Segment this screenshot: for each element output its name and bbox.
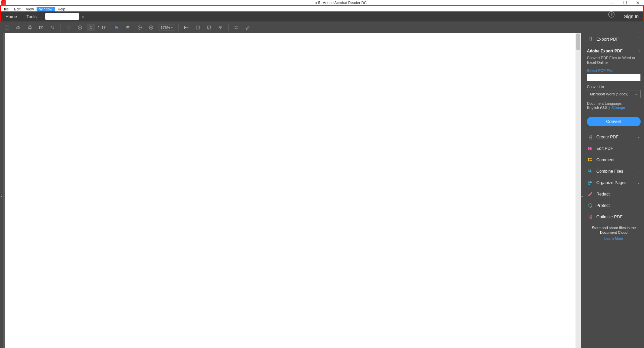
read-aloud-icon[interactable]	[216, 23, 225, 32]
maximize-button[interactable]: ❐	[621, 1, 629, 5]
menu-window[interactable]: Window	[37, 7, 55, 11]
export-pdf-title: Export PDF	[596, 37, 635, 42]
chevron-up-icon: ˄	[638, 37, 640, 41]
page-sep: /	[98, 26, 99, 30]
print-icon[interactable]	[26, 23, 34, 32]
tool-organize-pages[interactable]: Organize Pages⌄	[584, 177, 644, 188]
vertical-scrollbar[interactable]	[576, 33, 581, 348]
tab-home[interactable]: Home	[1, 11, 22, 21]
workspace: ▸ ▸ Export PDF ˄ ⇪ Adobe Export PDF Conv…	[0, 33, 644, 348]
document-viewport[interactable]	[3, 33, 581, 348]
tool-edit-pdf[interactable]: Edit PDF	[584, 143, 644, 154]
highlight-icon[interactable]	[243, 23, 252, 32]
zoom-in-icon[interactable]	[147, 23, 155, 32]
protect-icon	[588, 203, 593, 208]
tab-document[interactable]: ×	[43, 11, 87, 21]
tool-combine-files[interactable]: Combine Files⌄	[584, 166, 644, 177]
selection-cursor-icon[interactable]	[112, 23, 121, 32]
tool-protect[interactable]: Protect	[584, 200, 644, 211]
change-language-link[interactable]: Change	[612, 105, 625, 110]
chevron-down-icon: ⌄	[637, 135, 640, 139]
search-icon[interactable]	[48, 23, 57, 32]
cloud-upload-icon[interactable]	[14, 23, 23, 32]
menu-file[interactable]: file	[1, 7, 11, 11]
menu-help[interactable]: Help	[55, 7, 68, 11]
window-titlebar: pdf - Adobe Acrobat Reader DC — ❐ ✕	[0, 0, 644, 5]
comment-tool-icon	[588, 157, 593, 163]
tab-document-label	[45, 13, 79, 20]
chevron-down-icon: ⌄	[637, 181, 640, 184]
scrollbar-thumb[interactable]	[576, 34, 580, 50]
email-icon[interactable]	[37, 23, 46, 32]
tool-optimize-pdf[interactable]: Optimize PDF	[584, 211, 644, 223]
page-up-icon[interactable]	[64, 23, 73, 32]
convert-to-label: Convert to	[587, 85, 641, 89]
export-heading: Adobe Export PDF	[587, 49, 641, 53]
zoom-out-icon[interactable]	[135, 23, 144, 32]
tab-close-icon[interactable]: ×	[82, 14, 84, 19]
share-icon[interactable]: ⇪	[638, 48, 641, 53]
menu-edit[interactable]: Edit	[11, 7, 23, 11]
fit-width-icon[interactable]	[182, 23, 191, 32]
svg-rect-2	[29, 26, 31, 27]
convert-button[interactable]: Convert	[587, 117, 641, 126]
svg-rect-11	[208, 26, 211, 29]
chevron-down-icon: ⌄	[637, 169, 640, 173]
toolbar: / 17 176%▾	[0, 22, 644, 33]
tool-label: Edit PDF	[596, 146, 613, 151]
left-flyout-toggle[interactable]: ▸	[0, 191, 3, 201]
convert-to-select[interactable]: Microsoft Word (*.docx) ⌄	[587, 90, 641, 98]
select-file-label: Select PDF File	[587, 69, 641, 73]
panel-footer: Store and share files in the Document Cl…	[584, 223, 644, 243]
window-title: pdf - Adobe Acrobat Reader DC	[247, 1, 367, 5]
tab-tools[interactable]: Tools	[22, 11, 41, 21]
right-flyout-gutter: ▸	[581, 33, 584, 348]
comment-icon[interactable]	[232, 23, 241, 32]
svg-rect-12	[219, 26, 222, 28]
minimize-button[interactable]: —	[608, 1, 616, 5]
tool-comment[interactable]: Comment	[584, 154, 644, 166]
export-pdf-icon	[588, 36, 593, 42]
optimize-pdf-icon	[588, 214, 593, 220]
export-pdf-header[interactable]: Export PDF ˄	[584, 33, 644, 45]
tool-label: Optimize PDF	[596, 215, 623, 219]
tabbar: Home Tools × ? Sign In	[1, 11, 643, 21]
lang-value: English (U.S.)	[587, 105, 610, 110]
tool-redact[interactable]: Redact	[584, 188, 644, 200]
zoom-dropdown[interactable]: 176%▾	[158, 25, 175, 31]
select-file-input[interactable]	[587, 74, 641, 81]
svg-point-7	[78, 26, 82, 30]
document-page	[5, 33, 578, 348]
tool-label: Organize Pages	[596, 180, 627, 185]
page-total: 17	[101, 26, 105, 30]
tool-label: Comment	[596, 158, 614, 162]
help-icon[interactable]: ?	[608, 11, 614, 17]
svg-rect-0	[5, 26, 9, 30]
svg-point-5	[51, 26, 53, 28]
learn-more-link[interactable]: Learn More	[588, 236, 639, 241]
export-pdf-body: ⇪ Adobe Export PDF Convert PDF Files to …	[584, 45, 644, 131]
page-down-icon[interactable]	[76, 23, 84, 32]
menubar: file Edit View Window Help	[1, 6, 643, 11]
close-button[interactable]: ✕	[634, 0, 642, 5]
right-flyout-toggle[interactable]: ▸	[581, 191, 584, 201]
signin-button[interactable]: Sign In	[619, 11, 643, 21]
menu-view[interactable]: View	[23, 7, 37, 11]
convert-to-value: Microsoft Word (*.docx)	[590, 92, 629, 96]
hand-tool-icon[interactable]	[124, 23, 133, 32]
zoom-value: 176%	[160, 26, 170, 30]
redact-icon	[588, 191, 593, 197]
page-number-input[interactable]	[87, 24, 95, 31]
save-icon[interactable]	[3, 23, 11, 32]
svg-point-6	[67, 26, 71, 30]
lang-label: Document Language:	[587, 101, 622, 105]
edit-pdf-icon	[588, 146, 593, 151]
fit-page-icon[interactable]	[193, 23, 202, 32]
fullscreen-icon[interactable]	[205, 23, 214, 32]
left-flyout-gutter: ▸	[0, 33, 3, 348]
create-pdf-icon	[588, 134, 593, 140]
footer-text: Store and share files in the Document Cl…	[592, 226, 636, 234]
tools-panel: Export PDF ˄ ⇪ Adobe Export PDF Convert …	[584, 33, 644, 348]
tool-create-pdf[interactable]: Create PDF⌄	[584, 131, 644, 143]
document-language: Document Language: English (U.S.) Change	[587, 101, 641, 110]
